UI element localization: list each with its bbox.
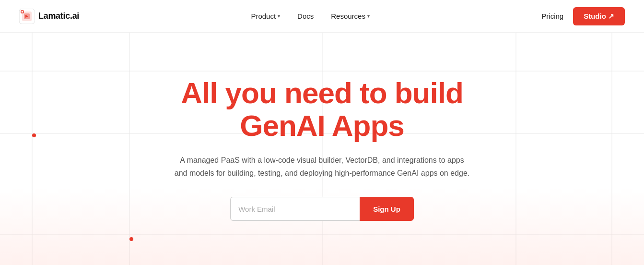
nav-pricing[interactable]: Pricing [541,12,563,20]
red-dot-left [32,133,36,137]
nav-right: Pricing Studio ↗ [541,7,625,25]
navbar: Lamatic.ai Product ▾ Docs Resources ▾ Pr… [0,0,644,33]
nav-links: Product ▾ Docs Resources ▾ [251,12,370,20]
hero-title: All you need to build GenAI Apps [174,77,471,142]
studio-button[interactable]: Studio ↗ [573,7,625,25]
nav-product[interactable]: Product ▾ [251,12,280,20]
cta-row: Sign Up [174,197,471,221]
resources-chevron-icon: ▾ [367,13,370,19]
hero-subtitle: A managed PaaS with a low-code visual bu… [174,154,471,180]
nav-resources[interactable]: Resources ▾ [331,12,370,20]
logo-text: Lamatic.ai [38,11,79,21]
hero-section: All you need to build GenAI Apps A manag… [0,33,644,265]
product-chevron-icon: ▾ [278,13,280,19]
logo[interactable]: Lamatic.ai [19,9,79,24]
red-dot-bottom [129,237,133,241]
nav-docs[interactable]: Docs [297,12,314,20]
email-input[interactable] [230,197,360,221]
logo-icon [19,9,35,24]
hero-content: All you need to build GenAI Apps A manag… [164,77,480,221]
signup-button[interactable]: Sign Up [360,197,414,221]
